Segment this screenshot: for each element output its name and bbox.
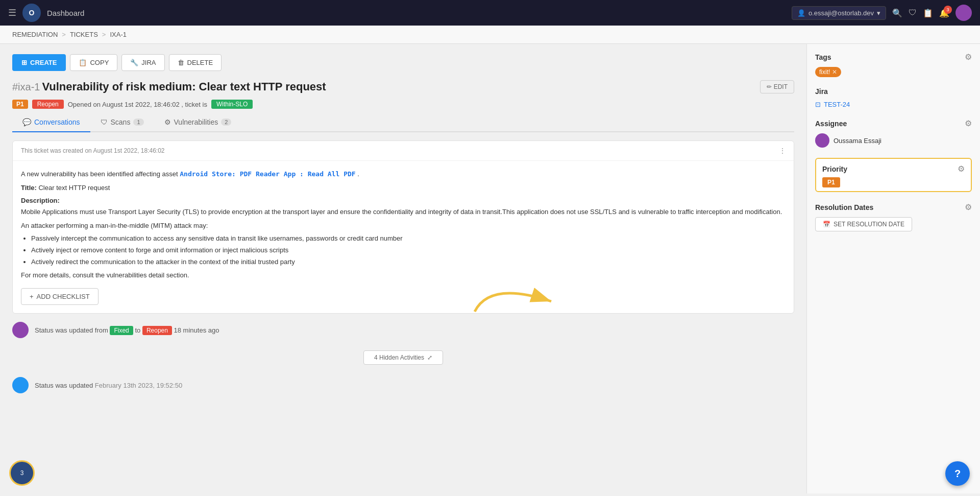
assignee-section: Assignee ⚙ Oussama Essaji bbox=[815, 119, 972, 148]
breadcrumb-current: IXA-1 bbox=[110, 31, 127, 38]
app-title: Dashboard bbox=[47, 9, 84, 17]
card-body: A new vulnerability has been identified … bbox=[13, 161, 794, 313]
notification-badge: 3 bbox=[944, 6, 952, 14]
priority-section: Priority ⚙ P1 bbox=[815, 158, 972, 192]
activity-avatar-2 bbox=[12, 377, 29, 393]
logo: O bbox=[22, 4, 41, 22]
activity-icon[interactable]: 📋 bbox=[923, 8, 933, 18]
ticket-header: #ixa-1 Vulnerability of risk medium: Cle… bbox=[12, 80, 326, 93]
priority-title: Priority bbox=[822, 165, 847, 173]
scans-icon: 🛡 bbox=[101, 118, 108, 126]
status-badge[interactable]: Reopen bbox=[32, 100, 64, 109]
shield-icon[interactable]: 🛡 bbox=[909, 8, 917, 17]
vulnerabilities-count-badge: 2 bbox=[221, 119, 231, 126]
copy-button[interactable]: 📋 COPY bbox=[70, 54, 117, 71]
delete-button[interactable]: 🗑 DELETE bbox=[169, 54, 222, 71]
sidebar-logo[interactable]: 3 bbox=[9, 460, 35, 486]
plus-icon: + bbox=[30, 293, 34, 300]
list-item: Passively intercept the communication to… bbox=[31, 233, 786, 244]
user-avatar[interactable] bbox=[955, 5, 972, 21]
priority-header: Priority ⚙ bbox=[822, 164, 965, 174]
desc-label: Description: bbox=[21, 196, 786, 206]
right-panel: Tags ⚙ fixit! ✕ Jira ⊡ TEST-24 Ass bbox=[806, 44, 980, 493]
search-icon[interactable]: 🔍 bbox=[892, 8, 902, 18]
resolution-title: Resolution Dates bbox=[815, 203, 873, 211]
tags-list: fixit! ✕ bbox=[815, 67, 972, 77]
card-header: This ticket was created on August 1st 20… bbox=[13, 141, 794, 161]
priority-settings-icon[interactable]: ⚙ bbox=[958, 164, 965, 174]
create-button[interactable]: ⊞ CREATE bbox=[12, 54, 66, 71]
tab-vulnerabilities[interactable]: ⚙ Vulnerabilities 2 bbox=[154, 113, 242, 132]
ticket-meta: P1 Reopen Opened on August 1st 2022, 18:… bbox=[12, 100, 326, 109]
user-email: o.essaji@ostorlab.dev bbox=[808, 9, 874, 17]
tab-scans[interactable]: 🛡 Scans 1 bbox=[90, 113, 154, 132]
conversation-card: This ticket was created on August 1st 20… bbox=[12, 140, 794, 314]
main-layout: ⊞ CREATE 📋 COPY 🔧 JIRA 🗑 DELETE #ixa-1 bbox=[0, 44, 980, 493]
title-line: Title: Clear text HTTP request bbox=[21, 183, 786, 194]
intro-paragraph: A new vulnerability has been identified … bbox=[21, 169, 786, 180]
slo-badge: Within-SLO bbox=[211, 100, 253, 109]
card-more-icon[interactable]: ⋮ bbox=[779, 147, 786, 154]
activity-text-2: Status was updated February 13th 2023, 1… bbox=[35, 382, 182, 389]
card-created-text: This ticket was created on August 1st 20… bbox=[21, 147, 165, 154]
resolution-settings-icon[interactable]: ⚙ bbox=[965, 202, 972, 212]
jira-title: Jira bbox=[815, 87, 828, 96]
user-selector[interactable]: 👤 o.essaji@ostorlab.dev ▾ bbox=[792, 6, 886, 20]
breadcrumb-sep-2: > bbox=[102, 31, 106, 38]
jira-link-label: TEST-24 bbox=[824, 101, 850, 108]
action-toolbar: ⊞ CREATE 📋 COPY 🔧 JIRA 🗑 DELETE bbox=[12, 54, 794, 71]
assignee-row: Oussama Essaji bbox=[815, 133, 972, 148]
assignee-avatar bbox=[815, 133, 829, 148]
conversations-icon: 💬 bbox=[22, 118, 31, 126]
tags-header: Tags ⚙ bbox=[815, 52, 972, 62]
chevron-down-icon: ▾ bbox=[877, 9, 880, 17]
set-resolution-date-button[interactable]: 📅 SET RESOLUTION DATE bbox=[815, 217, 912, 231]
assignee-name: Oussama Essaji bbox=[834, 137, 881, 145]
status-reopen-badge: Reopen bbox=[142, 326, 172, 335]
top-navigation: ☰ O Dashboard 👤 o.essaji@ostorlab.dev ▾ … bbox=[0, 0, 980, 26]
center-panel: ⊞ CREATE 📋 COPY 🔧 JIRA 🗑 DELETE #ixa-1 bbox=[0, 44, 806, 493]
sidebar-logo-badge: 3 bbox=[20, 469, 24, 477]
resolution-header: Resolution Dates ⚙ bbox=[815, 202, 972, 212]
resolution-dates-section: Resolution Dates ⚙ 📅 SET RESOLUTION DATE bbox=[815, 202, 972, 231]
breadcrumb-remediation[interactable]: REMEDIATION bbox=[12, 31, 58, 38]
priority-badge: P1 bbox=[12, 100, 28, 109]
activity-text-1: Status was updated from Fixed to Reopen … bbox=[35, 326, 219, 334]
edit-icon: ✏ bbox=[767, 83, 772, 90]
expand-icon: ⤢ bbox=[427, 354, 432, 361]
hidden-activities-button[interactable]: 4 Hidden Activities ⤢ bbox=[363, 350, 443, 365]
add-checklist-button[interactable]: + ADD CHECKLIST bbox=[21, 288, 99, 305]
list-item: Actively inject or remove content to for… bbox=[31, 245, 786, 256]
help-button[interactable]: ? bbox=[945, 461, 970, 486]
tags-section: Tags ⚙ fixit! ✕ bbox=[815, 52, 972, 77]
assignee-settings-icon[interactable]: ⚙ bbox=[965, 119, 972, 128]
calendar-icon: 📅 bbox=[823, 221, 830, 228]
ticket-title-text: Vulnerability of risk medium: Clear text… bbox=[42, 80, 326, 93]
tags-settings-icon[interactable]: ⚙ bbox=[965, 52, 972, 62]
attacker-text: An attacker performing a man-in-the-midd… bbox=[21, 221, 786, 231]
tag-close-icon[interactable]: ✕ bbox=[832, 68, 837, 76]
hamburger-menu[interactable]: ☰ bbox=[8, 7, 16, 18]
desc-text: Mobile Applications must use Transport L… bbox=[21, 207, 786, 218]
tab-conversations[interactable]: 💬 Conversations bbox=[12, 113, 90, 132]
asset-name: Android Store: PDF Reader App : Read All… bbox=[180, 170, 355, 178]
copy-icon: 📋 bbox=[79, 59, 87, 66]
assignee-header: Assignee ⚙ bbox=[815, 119, 972, 128]
priority-value-badge: P1 bbox=[822, 177, 840, 187]
vulnerabilities-icon: ⚙ bbox=[164, 118, 171, 126]
notification-icon[interactable]: 🔔 3 bbox=[939, 8, 949, 18]
activity-row-2: Status was updated February 13th 2023, 1… bbox=[12, 377, 794, 393]
jira-link-icon: ⊡ bbox=[815, 101, 821, 108]
tags-title: Tags bbox=[815, 53, 831, 61]
status-fixed-badge: Fixed bbox=[110, 326, 133, 335]
user-icon: 👤 bbox=[797, 9, 805, 17]
hidden-activities-row: 4 Hidden Activities ⤢ bbox=[12, 350, 794, 365]
activity-row-1: Status was updated from Fixed to Reopen … bbox=[12, 322, 794, 338]
jira-link[interactable]: ⊡ TEST-24 bbox=[815, 101, 972, 108]
edit-button[interactable]: ✏ EDIT bbox=[760, 80, 794, 93]
bullet-list: Passively intercept the communication to… bbox=[31, 233, 786, 267]
jira-button[interactable]: 🔧 JIRA bbox=[121, 54, 164, 71]
assignee-title: Assignee bbox=[815, 120, 847, 128]
breadcrumb-tickets[interactable]: TICKETS bbox=[70, 31, 98, 38]
breadcrumb: REMEDIATION > TICKETS > IXA-1 bbox=[0, 26, 980, 44]
